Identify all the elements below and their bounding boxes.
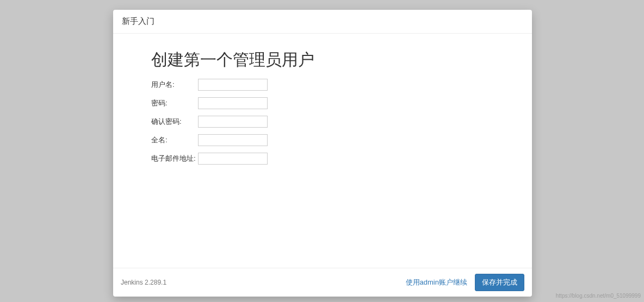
input-username[interactable] <box>198 79 268 91</box>
modal-title: 新手入门 <box>122 16 154 26</box>
label-password: 密码: <box>151 98 198 108</box>
input-email[interactable] <box>198 153 268 165</box>
input-confirm-password[interactable] <box>198 116 268 128</box>
form-title: 创建第一个管理员用户 <box>151 49 494 71</box>
label-fullname: 全名: <box>151 135 198 145</box>
input-password[interactable] <box>198 97 268 109</box>
row-username: 用户名: <box>151 79 494 91</box>
skip-admin-link[interactable]: 使用admin账户继续 <box>406 278 467 287</box>
row-email: 电子邮件地址: <box>151 153 494 165</box>
watermark-text: https://blog.csdn.net/m0_51099999 <box>556 293 641 299</box>
modal-header: 新手入门 <box>113 10 532 34</box>
modal-body: 创建第一个管理员用户 用户名: 密码: 确认密码: 全名: 电子邮件地址: <box>113 34 532 268</box>
input-fullname[interactable] <box>198 134 268 146</box>
save-and-finish-button[interactable]: 保存并完成 <box>475 274 524 291</box>
modal-footer: Jenkins 2.289.1 使用admin账户继续 保存并完成 <box>113 268 532 297</box>
label-username: 用户名: <box>151 80 198 90</box>
version-text: Jenkins 2.289.1 <box>121 279 166 286</box>
setup-wizard-modal: 新手入门 创建第一个管理员用户 用户名: 密码: 确认密码: 全名: 电子邮件地… <box>113 10 532 297</box>
footer-actions: 使用admin账户继续 保存并完成 <box>406 274 524 291</box>
label-confirm: 确认密码: <box>151 117 198 127</box>
row-fullname: 全名: <box>151 134 494 146</box>
label-email: 电子邮件地址: <box>151 154 198 163</box>
row-confirm: 确认密码: <box>151 116 494 128</box>
row-password: 密码: <box>151 97 494 109</box>
